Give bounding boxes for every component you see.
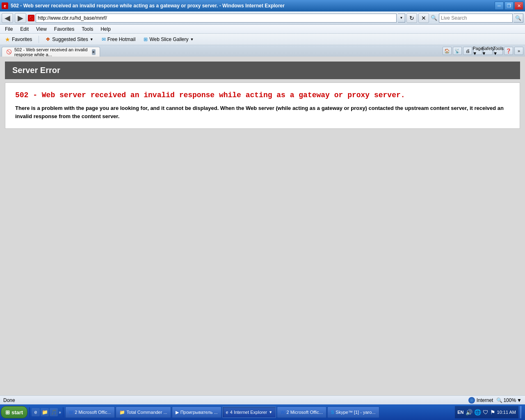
office1-icon: W xyxy=(69,410,73,415)
zoom-icon: 🔍 xyxy=(496,397,502,403)
quick-launch: e 📁 🎵 » xyxy=(32,408,61,416)
mediaplayer-icon: ▶ xyxy=(176,410,179,415)
start-label: start xyxy=(11,409,23,415)
suggested-sites-icon: ❖ xyxy=(46,36,50,42)
safety-menu[interactable]: Safety ▼ xyxy=(484,47,493,55)
skype-icon: S xyxy=(331,410,334,415)
windows-logo-icon: ⊞ xyxy=(5,409,10,415)
totalcmd-label: Total Commander ... xyxy=(127,410,167,415)
web-slice-gallery-button[interactable]: ⊞ Web Slice Gallery ▼ xyxy=(141,36,196,43)
bing-logo: 🔍 xyxy=(431,15,437,21)
web-slice-dropdown-icon: ▼ xyxy=(190,37,194,41)
menu-edit[interactable]: Edit xyxy=(17,25,32,33)
office1-label: 2 Microsoft Offic... xyxy=(75,410,111,415)
menu-tools[interactable]: Tools xyxy=(78,25,96,33)
tray-network-icon[interactable]: 🌐 xyxy=(474,409,481,415)
address-dropdown-button[interactable]: ▼ xyxy=(398,14,405,23)
taskbar-btn-office1[interactable]: W 2 Microsoft Offic... xyxy=(65,406,115,418)
address-bar-wrapper: 🚫 ▼ ↻ ✕ xyxy=(28,13,429,23)
taskbar-btn-ie[interactable]: e 4 Internet Explorer ▼ xyxy=(222,406,276,418)
back-button[interactable]: ◀ xyxy=(2,13,13,23)
suggested-sites-dropdown-icon: ▼ xyxy=(90,37,94,41)
tab-toolbar-right: 🏠 📡 🖨 Page ▼ Safety ▼ Tools ▼ ❓ » xyxy=(443,47,523,55)
menu-view[interactable]: View xyxy=(33,25,50,33)
menu-file[interactable]: File xyxy=(2,25,16,33)
quick-launch-folder-icon[interactable]: 📁 xyxy=(41,408,49,416)
web-slice-icon: ⊞ xyxy=(144,37,148,42)
server-error-header: Server Error xyxy=(5,62,520,79)
tab-favicon: 🚫 xyxy=(6,49,12,55)
internet-label: Internet xyxy=(477,397,493,403)
help-button[interactable]: ❓ xyxy=(504,47,513,55)
suggested-sites-button[interactable]: ❖ Suggested Sites ▼ xyxy=(43,35,96,43)
totalcmd-icon: 📁 xyxy=(119,410,125,415)
title-bar-left: e 502 - Web server received an invalid r… xyxy=(2,2,285,9)
taskbar-btn-skype[interactable]: S Skype™ [1] - yaro... xyxy=(327,406,379,418)
close-button[interactable]: ✕ xyxy=(514,2,523,10)
zoom-level: 100% xyxy=(503,397,516,403)
zoom-dropdown-icon: ▼ xyxy=(517,397,522,403)
favorites-bar: ★ Favorites ❖ Suggested Sites ▼ ✉ Free H… xyxy=(0,34,525,45)
ie-icon: e xyxy=(2,2,8,9)
taskbar-right: EN 🔊 🌐 🛡 ⚑ 10:11 AM xyxy=(452,406,524,418)
fav-divider-1 xyxy=(39,36,39,43)
internet-status: Internet xyxy=(468,397,493,404)
search-bar: 🔍 🔍 xyxy=(431,14,523,23)
tray-speaker-icon[interactable]: 🔊 xyxy=(466,409,472,415)
refresh-button[interactable]: ↻ xyxy=(406,13,417,23)
print-button[interactable]: 🖨 xyxy=(463,47,472,55)
taskbar-divider-1 xyxy=(29,407,30,417)
show-desktop-button[interactable] xyxy=(520,406,522,418)
favorites-star-icon: ★ xyxy=(5,36,10,43)
taskbar-divider-2 xyxy=(63,407,64,417)
favorites-button[interactable]: ★ Favorites xyxy=(2,35,34,43)
menu-help[interactable]: Help xyxy=(97,25,114,33)
ie-taskbar-icon: e xyxy=(226,410,228,415)
suggested-sites-label: Suggested Sites xyxy=(52,37,88,42)
menu-favorites[interactable]: Favorites xyxy=(51,25,78,33)
search-submit-button[interactable]: 🔍 xyxy=(514,14,523,23)
status-right: Internet 🔍 100% ▼ xyxy=(468,397,522,404)
start-button[interactable]: ⊞ start xyxy=(1,406,27,418)
ie-dropdown-icon: ▼ xyxy=(269,410,272,414)
office2-icon: W xyxy=(281,410,285,415)
mediaplayer-label: Проигрыватель ... xyxy=(180,410,218,415)
status-text: Done xyxy=(3,397,15,403)
title-bar: e 502 - Web server received an invalid r… xyxy=(0,0,525,11)
error-box: 502 - Web server received an invalid res… xyxy=(5,82,520,129)
quick-launch-ie-icon[interactable]: e xyxy=(32,408,40,416)
quick-launch-more[interactable]: » xyxy=(59,410,61,415)
search-input[interactable] xyxy=(439,14,513,23)
taskbar-btn-mediaplayer[interactable]: ▶ Проигрыватель ... xyxy=(172,406,221,418)
web-slice-label: Web Slice Gallery xyxy=(149,37,188,42)
active-tab[interactable]: 🚫 502 - Web server received an invalid r… xyxy=(2,47,100,57)
more-options[interactable]: » xyxy=(514,47,523,55)
favorites-label: Favorites xyxy=(12,37,32,42)
minimize-button[interactable]: ─ xyxy=(495,2,504,10)
taskbar-btn-office2[interactable]: W 2 Microsoft Offic... xyxy=(277,406,326,418)
hotmail-button[interactable]: ✉ Free Hotmail xyxy=(99,36,138,43)
page-menu[interactable]: Page ▼ xyxy=(473,47,482,55)
skype-label: Skype™ [1] - yaro... xyxy=(336,410,375,415)
tray-security-icon[interactable]: 🛡 xyxy=(483,409,488,415)
tools-menu[interactable]: Tools ▼ xyxy=(494,47,503,55)
home-button[interactable]: 🏠 xyxy=(443,47,452,55)
tab-bar: 🚫 502 - Web server received an invalid r… xyxy=(0,45,525,57)
hotmail-label: Free Hotmail xyxy=(107,37,136,42)
address-input[interactable] xyxy=(36,14,397,23)
tray-antivirus-icon[interactable]: ⚑ xyxy=(490,409,495,415)
tab-close-button[interactable]: ✕ xyxy=(92,49,96,55)
content-area: Server Error 502 - Web server received a… xyxy=(0,57,525,395)
globe-icon xyxy=(468,397,475,404)
forward-button[interactable]: ▶ xyxy=(15,13,26,23)
window-title: 502 - Web server received an invalid res… xyxy=(11,3,285,9)
quick-launch-media-icon[interactable]: 🎵 xyxy=(50,408,58,416)
stop-button[interactable]: ✕ xyxy=(418,13,429,23)
restore-button[interactable]: ❐ xyxy=(504,2,514,10)
zoom-control[interactable]: 🔍 100% ▼ xyxy=(496,397,522,403)
taskbar: ⊞ start e 📁 🎵 » W 2 Microsoft Offic... 📁… xyxy=(0,404,525,420)
feeds-button[interactable]: 📡 xyxy=(453,47,462,55)
taskbar-btn-totalcmd[interactable]: 📁 Total Commander ... xyxy=(116,406,171,418)
tab-label: 502 - Web server received an invalid res… xyxy=(14,47,89,57)
system-tray: EN 🔊 🌐 🛡 ⚑ 10:11 AM xyxy=(455,406,518,418)
